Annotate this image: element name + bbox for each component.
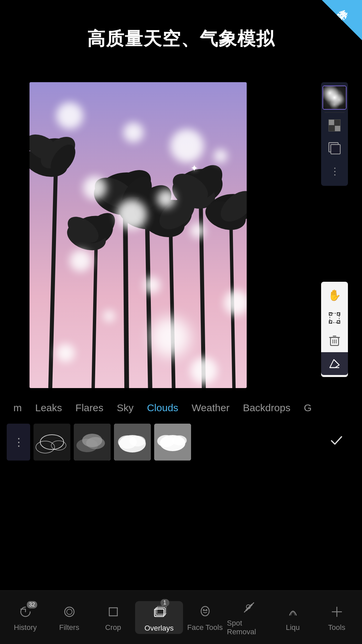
bokeh-particle <box>170 129 204 163</box>
nav-history[interactable]: 32 History <box>3 603 47 632</box>
svg-rect-34 <box>330 313 339 323</box>
overlay-thumbnail-button[interactable] <box>322 86 347 110</box>
svg-point-72 <box>201 606 209 616</box>
svg-point-64 <box>67 609 72 614</box>
transform-button[interactable] <box>323 307 346 329</box>
eraser-icon <box>328 358 341 369</box>
bokeh-particle <box>70 250 92 272</box>
transform-icon <box>328 312 341 324</box>
bottom-navigation: 32 History Filters C <box>0 590 362 644</box>
duplicate-icon <box>328 142 341 154</box>
checkmark-icon <box>329 433 344 447</box>
cloud-thumbnail-4[interactable] <box>154 424 191 461</box>
bokeh-particle <box>117 200 147 230</box>
thumbnail-strip: ⋮ <box>0 422 362 462</box>
nav-crop-label: Crop <box>105 623 121 632</box>
sparkle: ✦ <box>190 163 198 174</box>
bokeh-particle <box>56 344 75 362</box>
hand-icon: ✋ <box>328 289 341 302</box>
category-clouds[interactable]: Clouds <box>147 402 178 414</box>
overlay-preview <box>323 86 346 109</box>
bokeh-particle <box>143 277 160 293</box>
transparency-button[interactable] <box>323 114 346 137</box>
cloud-thumbnail-1[interactable] <box>34 424 70 461</box>
corner-badge-text: 外卖 <box>346 2 356 12</box>
svg-point-62 <box>172 435 187 445</box>
cloud-thumbnail-3[interactable] <box>114 424 151 461</box>
right-toolbar-bottom: ✋ <box>321 282 348 377</box>
bokeh-particle <box>190 223 205 238</box>
duplicate-button[interactable] <box>323 137 346 160</box>
cloud-thumb-img-3 <box>114 424 151 461</box>
filters-icon <box>62 603 77 621</box>
nav-filters[interactable]: Filters <box>47 603 91 632</box>
svg-point-58 <box>129 436 145 446</box>
svg-point-54 <box>82 434 102 447</box>
bokeh-particle <box>190 357 217 384</box>
trash-icon <box>329 335 340 347</box>
category-sky[interactable]: Sky <box>117 402 133 414</box>
liquify-icon <box>286 603 300 621</box>
crop-icon <box>106 603 121 621</box>
right-toolbar-top: ⋮ <box>321 82 348 186</box>
header-title: 高质量天空、气象模拟 <box>0 27 362 51</box>
three-dots-icon: ⋮ <box>330 166 339 177</box>
nav-filters-label: Filters <box>59 623 79 632</box>
nav-face-tools[interactable]: Face Tools <box>183 603 227 632</box>
nav-liquify[interactable]: Liqu <box>271 603 315 632</box>
svg-rect-47 <box>34 424 70 461</box>
svg-point-63 <box>65 607 74 616</box>
main-canvas: ✦ ✦ ✦ <box>29 82 247 388</box>
nav-overlays-label: Overlays <box>144 624 174 633</box>
bokeh-particle <box>103 310 115 322</box>
svg-marker-45 <box>330 360 339 368</box>
face-tools-icon <box>198 603 213 621</box>
spot-removal-icon <box>242 599 256 616</box>
confirm-button[interactable] <box>325 422 348 459</box>
category-g[interactable]: G <box>304 402 311 414</box>
category-backdrops[interactable]: Backdrops <box>243 402 291 414</box>
cloud-thumb-img-4 <box>154 424 191 461</box>
eraser-button[interactable] <box>321 352 348 375</box>
history-badge: 32 <box>27 601 38 608</box>
overlays-badge: 1 <box>161 599 169 606</box>
nav-tools[interactable]: Tools <box>315 603 359 632</box>
category-flares[interactable]: Flares <box>75 402 103 414</box>
thumbnail-more-button[interactable]: ⋮ <box>7 424 30 461</box>
nav-spot-removal[interactable]: Spot Removal <box>227 599 271 636</box>
bokeh-particle <box>224 290 247 315</box>
category-m[interactable]: m <box>13 402 22 414</box>
nav-crop[interactable]: Crop <box>91 603 135 632</box>
cloud-thumb-img-2 <box>74 424 111 461</box>
more-dots-icon: ⋮ <box>13 436 23 448</box>
svg-point-74 <box>203 609 204 610</box>
nav-tools-label: Tools <box>328 623 345 632</box>
checker-icon <box>328 119 341 131</box>
hand-tool-button[interactable]: ✋ <box>323 284 346 307</box>
nav-spot-removal-label: Spot Removal <box>227 619 271 636</box>
nav-overlays[interactable]: 1 Overlays <box>135 601 183 634</box>
bokeh-particle <box>150 317 190 357</box>
bokeh-particle <box>83 176 107 200</box>
bokeh-particle <box>157 190 175 208</box>
svg-line-0 <box>50 149 56 388</box>
bokeh-particle <box>123 122 143 143</box>
category-scroll: m Leaks Flares Sky Clouds Weather Backdr… <box>0 396 362 419</box>
category-weather[interactable]: Weather <box>192 402 230 414</box>
svg-line-25 <box>200 179 204 388</box>
delete-button[interactable] <box>323 329 346 352</box>
nav-face-tools-label: Face Tools <box>187 623 223 632</box>
tools-icon <box>329 603 344 621</box>
category-leaks[interactable]: Leaks <box>35 402 62 414</box>
cloud-thumb-img-1 <box>34 424 70 461</box>
nav-liquify-label: Liqu <box>286 623 300 632</box>
nav-history-label: History <box>14 623 37 632</box>
bokeh-particle <box>56 102 83 129</box>
cloud-thumbnail-2[interactable] <box>74 424 111 461</box>
divider <box>324 112 345 113</box>
bokeh-particle <box>214 149 227 163</box>
more-button[interactable]: ⋮ <box>323 160 346 182</box>
svg-point-75 <box>206 609 207 610</box>
